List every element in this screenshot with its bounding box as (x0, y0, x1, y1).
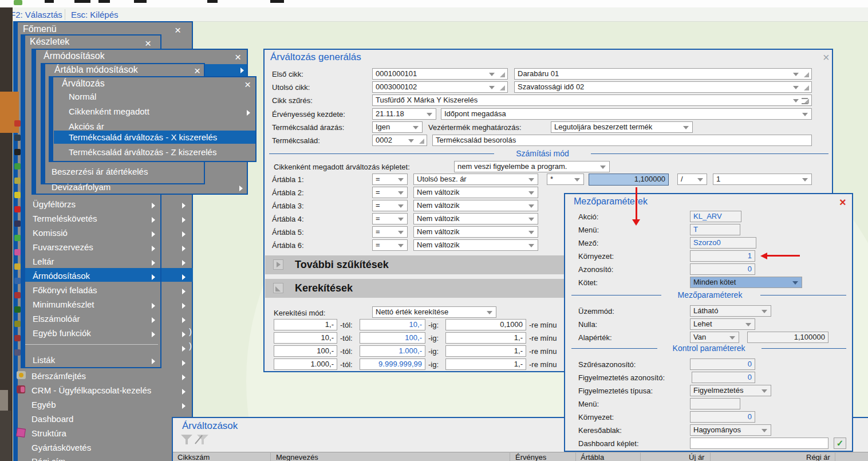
utolso-cikk-code-field[interactable]: 0003000102 (372, 81, 508, 93)
menu-item-regi-cim[interactable]: Régi cím (31, 456, 65, 461)
artabla1-value-field[interactable]: Utolsó besz. ár (413, 174, 538, 185)
artabla1-div-op-field[interactable]: / (677, 174, 707, 185)
artabla6-op-field[interactable]: = (372, 239, 408, 251)
close-icon[interactable]: × (194, 66, 200, 75)
round4-value-field[interactable]: 1,- (445, 358, 526, 370)
kerekitesi-mod-field[interactable]: Nettó érték kerekítése (372, 306, 496, 318)
menu-item-ugyfeltorzs[interactable]: Ügyféltörzs (33, 199, 76, 209)
menu-field[interactable]: T (690, 224, 740, 235)
column-header-megnevezes[interactable]: Megnevezés (276, 453, 318, 461)
menu-item-normal[interactable]: Normál (69, 92, 96, 101)
menu-item-termekcsalad-z[interactable]: Termékcsalád árváltozás - Z kiszerelés (69, 147, 216, 157)
menu-item-berszamfejtes[interactable]: Bérszámfejtés (31, 371, 86, 381)
szuresazonosito-field[interactable]: 0 (690, 358, 755, 370)
azonosito-field[interactable]: 0 (690, 263, 755, 275)
close-icon[interactable]: × (175, 26, 181, 34)
kotet-field[interactable]: Minden kötet (690, 277, 802, 288)
ervenyesseg-mode-field[interactable]: Időpont megadása (441, 108, 812, 120)
termekcsalad-name-field[interactable]: Termékcsalád besorolás (432, 135, 812, 146)
round4-to-field[interactable]: 9.999.999,99 (360, 358, 425, 370)
column-header-cikkszam[interactable]: Cikkszám (177, 453, 210, 461)
vezertermek-field[interactable]: Legutoljára beszerzett termék (551, 121, 693, 133)
column-header-ervenyes[interactable]: Érvényes (515, 453, 546, 461)
section-bar-title[interactable]: További szűkítések (295, 259, 389, 271)
artabla5-value-field[interactable]: Nem változik (413, 226, 538, 238)
menu-item-fuvarszervezes[interactable]: Fuvarszervezés (33, 242, 93, 252)
round3-from-field[interactable]: 100,- (274, 345, 337, 357)
menu-item-struktura[interactable]: Struktúra (31, 428, 66, 438)
column-header-uj-ar[interactable]: Új ár (689, 453, 704, 461)
column-header-regi-ar[interactable]: Régi ár (806, 453, 830, 461)
artabla2-op-field[interactable]: = (372, 187, 408, 198)
termekcsalad-code-field[interactable]: 0002 (372, 135, 427, 146)
cikk-szures-field[interactable]: Tusfürdő X Márka Y Kiszerelés (372, 94, 812, 106)
artabla5-op-field[interactable]: = (372, 226, 408, 238)
menu-item-elszamoloar[interactable]: Elszámolóár (33, 314, 80, 324)
artabla6-value-field[interactable]: Nem változik (413, 239, 538, 251)
ervenyesseg-date-field[interactable]: 21.11.18 (372, 108, 436, 120)
keplet-field[interactable]: nem veszi figyelembe a program. (454, 161, 610, 172)
close-icon[interactable]: × (839, 198, 846, 206)
artabla3-op-field[interactable]: = (372, 200, 408, 211)
close-icon[interactable]: × (244, 80, 251, 89)
figyelmeztetes-azonosito-field[interactable]: 0 (692, 372, 755, 383)
section-bar-title[interactable]: Kerekítések (295, 282, 353, 294)
column-header-artabla[interactable]: Ártábla (581, 453, 604, 461)
keresoablak-field[interactable]: Hagyományos (690, 424, 771, 436)
artabla4-value-field[interactable]: Nem változik (413, 213, 538, 224)
menu-item-egyeb-funkciok[interactable]: Egyéb funkciók (33, 328, 91, 338)
round1-to-field[interactable]: 10,- (360, 319, 425, 330)
menu-item-cikkenkent-megadott[interactable]: Cikkenként megadott (69, 107, 149, 116)
menu-item-egyeb[interactable]: Egyéb (31, 400, 56, 409)
alapertek-mode-field[interactable]: Van (690, 332, 739, 343)
alapertek-number-field[interactable]: 1,100000 (747, 332, 828, 343)
termekcsalad-arazas-field[interactable]: Igen (372, 121, 423, 133)
akcio-field[interactable]: KL_ARV (690, 211, 741, 222)
close-icon[interactable]: × (823, 53, 830, 61)
menu-item-leltar[interactable]: Leltár (33, 257, 54, 266)
menu-item-beszerzesi-ar[interactable]: Beszerzési ár átértékelés (52, 167, 148, 176)
menu-item-minimumkeszlet[interactable]: Minimumkészlet (33, 300, 94, 309)
menu-item-armodositasok[interactable]: Ármódosítások (33, 271, 90, 281)
collapse-button[interactable] (273, 283, 283, 293)
kornyezet2-field[interactable]: 0 (690, 411, 755, 423)
artabla1-mul-op-field[interactable]: * (547, 174, 584, 185)
menu-item-devizaarfolyam[interactable]: Devizaárfolyam (52, 182, 111, 192)
menu-item-fokonyvi-feladas[interactable]: Főkönyvi feladás (33, 285, 97, 295)
menu-item-termeleskovetes[interactable]: Termeléskövetés (33, 214, 97, 223)
menu-item-komissio[interactable]: Komissió (33, 228, 68, 238)
elso-cikk-name-field[interactable]: Darabáru 01 (514, 68, 812, 80)
expand-button[interactable] (273, 259, 283, 270)
menu2-field[interactable] (690, 398, 740, 409)
close-icon[interactable]: × (145, 39, 151, 48)
artabla4-op-field[interactable]: = (372, 213, 408, 224)
artabla1-multiplier-field[interactable]: 1,100000 (589, 174, 669, 186)
dashboard-keplet-field[interactable] (690, 438, 828, 449)
round1-value-field[interactable]: 0,1000 (445, 319, 526, 330)
menu-item-termekcsalad-x[interactable]: Termékcsalád árváltozás - X kiszerelés (69, 132, 217, 142)
round1-from-field[interactable]: 1,- (274, 319, 337, 330)
confirm-button[interactable]: ✓ (834, 438, 846, 449)
round3-value-field[interactable]: 1,- (445, 345, 526, 357)
menu-item-listak[interactable]: Listák (33, 355, 55, 365)
menubar-item-esc[interactable]: Esc: Kilépés (71, 10, 119, 19)
round4-from-field[interactable]: 1.000,- (274, 358, 337, 370)
utolso-cikk-name-field[interactable]: Szavatossági idő 02 (514, 81, 812, 93)
menu-item-akcios-ar[interactable]: Akciós ár (69, 121, 104, 131)
mezo-field[interactable]: Szorzo0 (690, 237, 756, 249)
artabla2-value-field[interactable]: Nem változik (413, 187, 538, 198)
artabla3-value-field[interactable]: Nem változik (413, 200, 538, 211)
close-icon[interactable]: × (235, 53, 241, 61)
menubar-item-f2[interactable]: F2: Választás (10, 10, 62, 19)
menu-item-gyartaskovetes[interactable]: Gyártáskövetés (31, 443, 91, 452)
artabla1-op-field[interactable]: = (372, 174, 408, 185)
figyelmeztetes-tipusa-field[interactable]: Figyelmeztetés (690, 385, 771, 396)
round2-from-field[interactable]: 10,- (274, 332, 337, 344)
round3-to-field[interactable]: 1.000,- (360, 345, 425, 357)
menu-item-crm[interactable]: CRM - Ügyfélkapcsolat-kezelés (31, 385, 151, 395)
kornyezet-field[interactable]: 1 (690, 250, 755, 262)
uzemmod-field[interactable]: Látható (690, 305, 771, 317)
artabla1-divisor-field[interactable]: 1 (713, 174, 812, 185)
nulla-field[interactable]: Lehet (690, 318, 755, 330)
round2-to-field[interactable]: 100,- (360, 332, 425, 344)
